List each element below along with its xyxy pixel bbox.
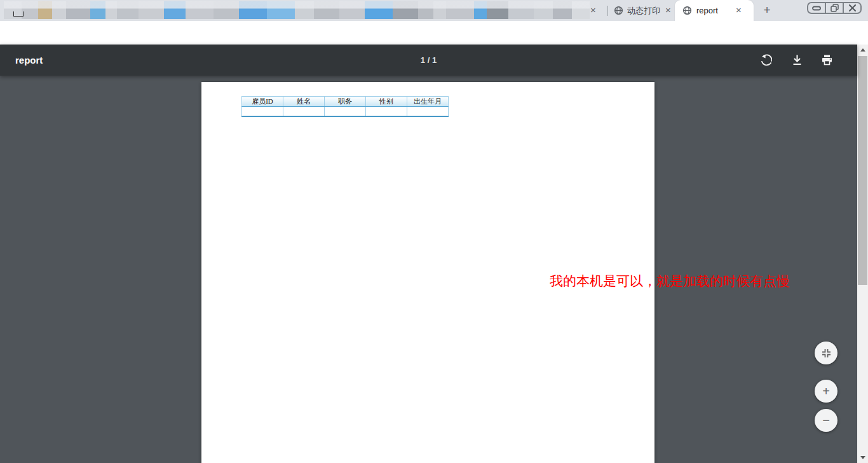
globe-icon (614, 6, 623, 15)
tab-report-active[interactable]: report × (675, 0, 754, 21)
tab-dongtai-print[interactable]: 动态打印 × (611, 0, 675, 21)
redacted-tab-block (433, 1, 446, 19)
report-table: 雇员ID 姓名 职务 性别 出生年月 (241, 96, 449, 117)
redacted-tab-block (90, 1, 105, 19)
tab-title: report (696, 6, 729, 15)
col-header-employee-id: 雇员ID (242, 97, 283, 107)
pdf-viewer-canvas: 雇员ID 姓名 职务 性别 出生年月 + − (0, 76, 857, 463)
scroll-down-button[interactable] (857, 452, 868, 463)
redacted-tab-block (38, 1, 52, 19)
redacted-tab-block (508, 1, 534, 19)
redacted-tab-block (474, 1, 487, 19)
redacted-tab-block (295, 1, 314, 19)
redacted-tab-block (22, 1, 38, 19)
col-header-position: 职务 (325, 97, 366, 107)
redacted-tab-block (139, 1, 164, 19)
redacted-tab-block (553, 1, 572, 19)
redacted-tab-block (214, 1, 239, 19)
rotate-icon[interactable] (760, 54, 772, 66)
plus-icon: + (822, 385, 830, 397)
restore-button[interactable] (826, 3, 844, 13)
table-cell (283, 107, 325, 116)
zoom-in-button[interactable]: + (815, 380, 837, 403)
browser-toolbar: localhost:8075/webroot/decision/view/rep… (0, 21, 868, 45)
zoom-out-button[interactable]: − (815, 409, 837, 432)
browser-tab-bar: × 动态打印 × report × + (0, 0, 868, 21)
redacted-tab-block (164, 1, 186, 19)
redacted-tab-block (572, 1, 590, 19)
tab-separator (607, 6, 608, 16)
col-header-gender: 性别 (366, 97, 407, 107)
window-controls (807, 2, 862, 14)
redacted-tab-block (393, 1, 418, 19)
col-header-birthdate: 出生年月 (407, 97, 449, 107)
restore-icon (830, 3, 839, 13)
redacted-tab-block (487, 1, 508, 19)
redacted-tab-block (105, 1, 117, 19)
redacted-tab-block (186, 1, 214, 19)
triangle-down-icon (860, 456, 865, 459)
close-window-button[interactable] (844, 3, 860, 13)
minimize-icon (812, 6, 821, 11)
minus-icon: − (822, 414, 830, 427)
table-cell (325, 107, 366, 116)
download-icon[interactable] (791, 54, 803, 66)
table-header-row: 雇员ID 姓名 职务 性别 出生年月 (242, 97, 449, 107)
redacted-tab-block (365, 1, 393, 19)
close-window-icon (848, 4, 857, 12)
pdf-toolbar: report 1 / 1 (0, 45, 857, 76)
table-cell (242, 107, 283, 116)
redacted-tab-block (239, 1, 267, 19)
redacted-tab-block (446, 1, 474, 19)
globe-icon (682, 6, 692, 15)
new-tab-button[interactable]: + (760, 4, 774, 18)
annotation-text: 我的本机是可以，就是加载的时候有点慢 (550, 272, 790, 290)
fit-page-button[interactable] (815, 342, 837, 364)
print-icon[interactable] (821, 54, 833, 66)
redacted-tab-block (534, 1, 553, 19)
redacted-tab-block (52, 1, 66, 19)
redacted-tab-block (267, 1, 295, 19)
page-indicator: 1 / 1 (0, 45, 857, 76)
redacted-tab-block (117, 1, 139, 19)
vertical-scrollbar[interactable] (857, 45, 868, 463)
tab-title: 动态打印 (627, 5, 661, 17)
redacted-tab-block (418, 1, 433, 19)
triangle-up-icon (860, 48, 865, 52)
close-tab-icon[interactable]: × (733, 5, 744, 16)
table-row (242, 107, 449, 116)
minimize-button[interactable] (808, 3, 826, 13)
redacted-tabs-region[interactable] (4, 1, 590, 19)
scroll-up-button[interactable] (857, 45, 868, 55)
close-tab-icon[interactable]: × (663, 5, 674, 16)
scrollbar-thumb[interactable] (858, 56, 867, 285)
table-cell (407, 107, 449, 116)
redaction-artifact (13, 11, 24, 17)
redacted-tab-block (314, 1, 339, 19)
table-cell (366, 107, 407, 116)
col-header-name: 姓名 (283, 97, 325, 107)
fit-page-icon (821, 348, 832, 359)
redacted-tab-block (66, 1, 90, 19)
close-tab-icon[interactable]: × (588, 5, 599, 16)
redacted-tab-block (339, 1, 365, 19)
